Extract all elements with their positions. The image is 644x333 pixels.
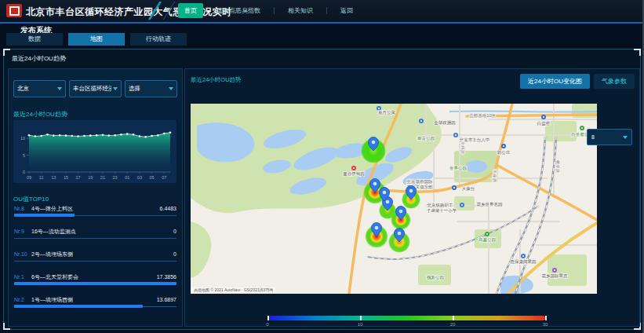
map-label: 星谷伊甸园 [343,171,365,177]
map-label: 丰葆路 [493,170,497,183]
site-name: 16号—流动监测点 [31,228,173,235]
site-name: 2号—填埋场东侧 [31,251,173,258]
data-point [65,134,67,137]
nav-separator [326,7,327,14]
poi-icon-dot [420,120,422,122]
y-tick-label: 10 [20,136,25,141]
list-item[interactable]: Nr.102号—填埋场东侧0 [14,251,176,273]
map-svg: 看丹公寓金华双拥园御景公园北京市丰台八中郭公庄白盆窑向世馨公园世界公园星谷伊甸园… [191,104,597,294]
y-tick-label: 5 [23,153,25,158]
nav-back[interactable]: 返回 [334,3,359,18]
list-item[interactable]: Nr.16号—北天堂村委会17.3856 [14,273,176,296]
mall-icon-dot [554,269,555,271]
map-river [449,111,597,112]
tab-map[interactable]: 地图 [68,33,125,46]
map-label: 子弟第十一小学 [427,208,457,213]
ou-value: 17.3856 [157,273,176,280]
map-attribution: 高德地图 © 2021 AutoNavi - GS(2021)6375号 [192,287,275,292]
metro-icon-dot [543,116,544,118]
site-name: 4号—筛分上料区 [31,205,160,212]
scale-tick-label: 20 [445,322,460,327]
scenic-icon-dot [353,167,355,169]
bar-fill [14,305,143,308]
data-point [28,134,31,137]
data-point [102,134,104,136]
trend-chart-title: 最近24小时OU趋势 [13,110,67,119]
x-tick-label: 23 [113,175,118,180]
ou-color-scale [267,316,545,320]
park-dropdown[interactable]: 丰台区循环经济产 [69,80,122,97]
data-point [35,135,37,137]
scale-tick-label: 10 [352,322,368,327]
panel-title: 最近24小时OU趋势 [12,54,66,63]
data-point [53,134,55,137]
x-tick-label: 11 [39,175,44,180]
data-point [40,135,42,137]
map-label: 高鑫公园 [478,237,496,243]
rank-label: Nr.8 [14,205,31,212]
site-name: 6号—北天堂村委会 [31,273,157,280]
panel-corner [3,49,10,56]
data-point [120,134,122,136]
map-hours-dropdown[interactable]: 8 [587,129,632,145]
map-label: 世界公园 [449,166,467,171]
metro-icon-dot [453,187,455,188]
weather-params-button[interactable]: 气象参数 [594,74,635,89]
nav-home[interactable]: 首页 [178,3,203,18]
map-label: 大葆台 [462,186,475,191]
map-canvas[interactable]: 看丹公寓金华双拥园御景公园北京市丰台八中郭公庄白盆窑向世馨公园世界公园星谷伊甸园… [191,104,597,294]
city-dropdown[interactable]: 北京 [13,80,66,97]
scale-tick [360,316,362,320]
bar-track [14,261,176,262]
rank-label: Nr.1 [14,273,31,280]
metro-icon-dot [503,145,504,147]
tab-data[interactable]: 数据 [6,33,63,46]
x-tick-label: 21 [100,175,105,180]
map-label: 丰科路 [460,141,465,155]
map-label: 北京铁路职工 [427,203,454,208]
area-series [29,133,170,172]
ou-value: 0 [173,251,176,258]
chevron-down-icon [57,87,62,90]
ou-change-map-button[interactable]: 近24小时OU变化图 [520,74,590,89]
data-point [144,136,147,138]
tab-track[interactable]: 行动轨迹 [130,33,187,46]
scale-tick [545,316,547,320]
map-panel: 最近24小时OU趋势 近24小时OU变化图 气象参数 [184,68,640,327]
list-item[interactable]: Nr.21号—填埋场西侧13.6897 [14,296,176,319]
x-tick-label: 15 [64,175,68,180]
rank-label: Nr.10 [14,251,31,258]
data-point [96,134,98,137]
school-icon-dot [455,134,457,136]
map-label: 樊羊路 [555,160,560,174]
map-label: 郭公庄 [497,150,511,156]
x-tick-label: 05 [149,175,154,180]
data-point [163,133,166,135]
scale-tick [267,316,269,320]
nav-knowledge[interactable]: 相关知识 [282,3,319,18]
chevron-down-icon [169,87,173,90]
site-dropdown[interactable]: 选择 [125,80,177,97]
data-point [151,135,153,137]
nav-monitor-index[interactable]: 监测点恶臭指数 [210,3,267,18]
data-point [114,134,116,137]
data-point [59,134,61,137]
map-label: 总部基地10区 [468,113,496,119]
map-label: 恩保康阔家园 [510,259,537,265]
ou-top-list: Nr.84号—筛分上料区6.4483Nr.916号—流动监测点0Nr.102号—… [14,205,176,319]
list-item[interactable]: Nr.916号—流动监测点0 [14,228,176,251]
scale-tick-label: 30 [537,322,553,327]
panel-corner [634,49,641,56]
data-point [71,135,74,137]
header-bar: 北京市丰台区循环经济产业园大气恶臭状况实时 首页 监测点恶臭指数 相关知识 返回 [0,0,644,24]
map-label: 槐新公园 [427,275,444,280]
site-dropdown-value: 选择 [129,85,167,93]
data-point [107,134,110,137]
poi-icon-dot [378,108,380,109]
app-logo-icon [6,4,22,17]
list-item[interactable]: Nr.84号—筛分上料区6.4483 [14,205,176,228]
poi-icon-dot [522,255,524,257]
park-icon-dot [581,127,583,129]
ou-value: 6.4483 [160,205,176,212]
bar-track [14,238,176,239]
